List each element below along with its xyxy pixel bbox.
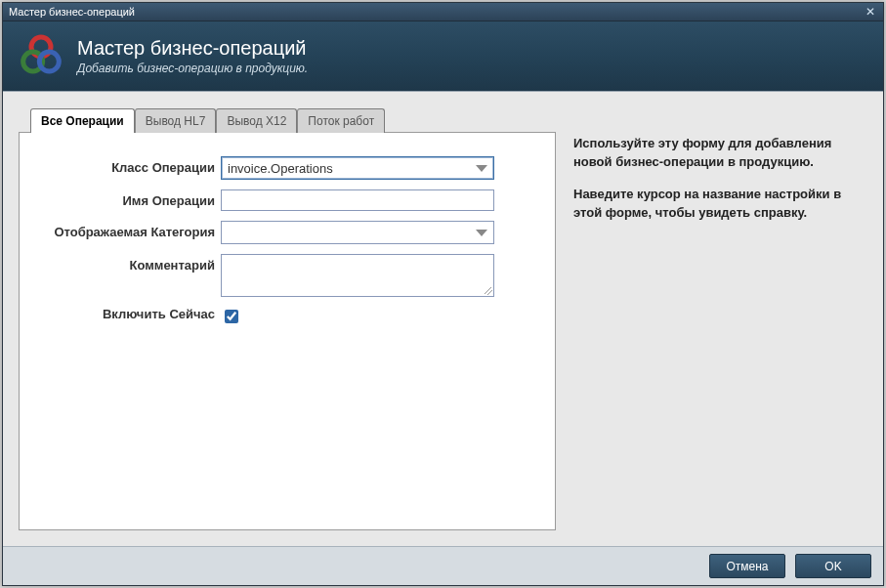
tab-x12-output[interactable]: Вывод X12 — [216, 108, 297, 133]
row-display-category: Отображаемая Категория — [37, 221, 537, 244]
tabs-bar: Все Операции Вывод HL7 Вывод X12 Поток р… — [30, 107, 556, 132]
dialog-body: Все Операции Вывод HL7 Вывод X12 Поток р… — [3, 92, 883, 546]
logo-icon — [17, 32, 65, 81]
row-operation-class: Класс Операции invoice.Operations — [37, 156, 537, 180]
dialog-titlebar[interactable]: Мастер бизнес-операций ✕ — [3, 3, 883, 21]
row-operation-name: Имя Операции — [37, 189, 537, 211]
header-text-block: Мастер бизнес-операций Добавить бизнес-о… — [77, 37, 308, 75]
help-text-2: Наведите курсор на название настройки в … — [573, 187, 841, 220]
tab-workflow[interactable]: Поток работ — [297, 108, 385, 133]
dialog-title-text: Мастер бизнес-операций — [9, 6, 135, 18]
tab-hl7-output[interactable]: Вывод HL7 — [135, 108, 217, 133]
header-subtitle: Добавить бизнес-операцию в продукцию. — [77, 62, 308, 75]
label-display-category: Отображаемая Категория — [37, 221, 221, 239]
tab-all-operations[interactable]: Все Операции — [30, 108, 135, 133]
label-enable-now: Включить Сейчас — [37, 307, 221, 321]
header-title: Мастер бизнес-операций — [77, 37, 308, 60]
select-operation-class-value: invoice.Operations — [228, 161, 333, 176]
tab-label: Все Операции — [41, 114, 124, 128]
help-text-1: Используйте эту форму для добавления нов… — [573, 136, 831, 169]
form-column: Все Операции Вывод HL7 Вывод X12 Поток р… — [19, 107, 556, 530]
row-enable-now: Включить Сейчас — [37, 307, 537, 326]
chevron-down-icon — [476, 165, 487, 172]
help-column: Используйте эту форму для добавления нов… — [566, 107, 867, 530]
close-icon[interactable]: ✕ — [864, 5, 877, 19]
cancel-button[interactable]: Отмена — [709, 554, 785, 578]
label-comment: Комментарий — [37, 254, 221, 273]
ok-button[interactable]: OK — [795, 554, 871, 578]
label-operation-class: Класс Операции — [37, 156, 221, 175]
label-operation-name: Имя Операции — [37, 189, 221, 208]
select-operation-class[interactable]: invoice.Operations — [221, 156, 494, 180]
combo-display-category[interactable] — [221, 221, 494, 244]
tab-label: Вывод X12 — [227, 114, 286, 128]
tab-label: Вывод HL7 — [146, 114, 206, 128]
chevron-down-icon — [476, 230, 487, 236]
textarea-comment[interactable] — [221, 254, 494, 297]
wizard-dialog: Мастер бизнес-операций ✕ Мастер бизнес-о… — [2, 2, 884, 586]
row-comment: Комментарий — [37, 254, 537, 297]
textarea-wrap — [221, 254, 494, 297]
dialog-header: Мастер бизнес-операций Добавить бизнес-о… — [3, 21, 883, 92]
tab-label: Поток работ — [308, 114, 374, 128]
checkbox-enable-now[interactable] — [225, 310, 238, 323]
dialog-footer: Отмена OK — [3, 546, 883, 585]
tab-panel: Класс Операции invoice.Operations Имя Оп… — [19, 132, 556, 530]
input-operation-name[interactable] — [221, 189, 494, 211]
